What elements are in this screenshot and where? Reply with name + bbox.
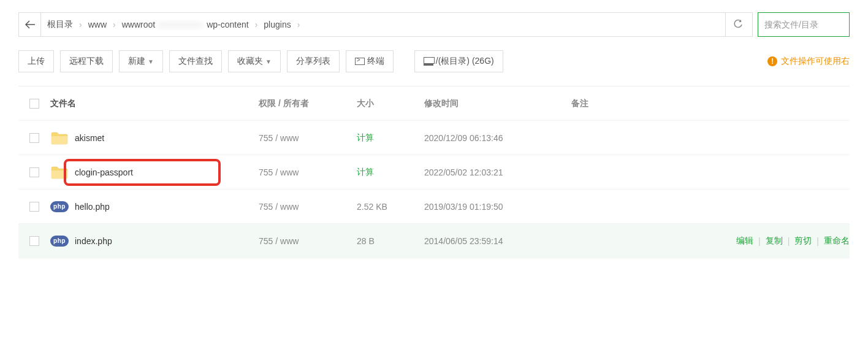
action-rename[interactable]: 重命名 <box>824 236 850 247</box>
drive-icon <box>424 57 433 66</box>
search-input[interactable] <box>758 13 849 36</box>
col-perm[interactable]: 权限 / 所有者 <box>259 98 357 109</box>
file-perm[interactable]: 755 / www <box>259 167 357 177</box>
folder-icon <box>50 131 69 145</box>
file-mtime: 2022/05/02 12:03:21 <box>424 167 571 177</box>
warning-note: ! 文件操作可使用右 <box>767 56 850 67</box>
file-name[interactable]: akismet <box>75 133 104 143</box>
row-checkbox[interactable] <box>29 167 39 177</box>
file-size: 28 B <box>357 236 424 246</box>
php-icon: php <box>50 201 69 212</box>
file-name[interactable]: hello.php <box>75 202 110 212</box>
crumb-root[interactable]: 根目录 <box>47 19 73 30</box>
warning-icon: ! <box>767 56 777 66</box>
file-search-button[interactable]: 文件查找 <box>169 50 222 72</box>
file-size: 2.52 KB <box>357 202 424 212</box>
action-edit[interactable]: 编辑 <box>736 236 753 247</box>
table-row[interactable]: phphello.php755 / www2.52 KB2019/03/19 0… <box>18 190 850 224</box>
search-box[interactable] <box>758 12 850 37</box>
disk-button[interactable]: /(根目录) (26G) <box>414 50 503 72</box>
favorites-button[interactable]: 收藏夹▼ <box>228 50 281 72</box>
terminal-icon <box>355 58 365 65</box>
crumb-hidden[interactable]: xxxxxxxx <box>159 20 203 29</box>
table-row[interactable]: akismet755 / www计算2020/12/09 06:13:46 <box>18 121 850 155</box>
chevron-right-icon: › <box>77 20 85 29</box>
crumb-wpcontent[interactable]: wp-content <box>207 20 248 29</box>
row-actions: 编辑|复制|剪切|重命名 <box>736 236 850 247</box>
remote-download-button[interactable]: 远程下载 <box>60 50 113 72</box>
file-name[interactable]: clogin-passport <box>75 167 133 177</box>
file-mtime: 2020/12/09 06:13:46 <box>424 133 571 143</box>
file-perm[interactable]: 755 / www <box>259 202 357 212</box>
row-checkbox[interactable] <box>29 202 39 212</box>
chevron-right-icon: › <box>295 20 303 29</box>
share-list-button[interactable]: 分享列表 <box>287 50 340 72</box>
folder-icon <box>50 165 69 180</box>
col-name[interactable]: 文件名 <box>50 98 259 109</box>
table-row[interactable]: phpindex.php755 / www28 B2014/06/05 23:5… <box>18 224 850 258</box>
file-mtime: 2019/03/19 01:19:50 <box>424 202 571 212</box>
select-all-checkbox[interactable] <box>29 99 39 109</box>
terminal-button[interactable]: 终端 <box>346 50 394 72</box>
refresh-button[interactable] <box>725 13 750 36</box>
file-mtime: 2014/06/05 23:59:14 <box>424 236 571 246</box>
col-note[interactable]: 备注 <box>571 98 850 109</box>
row-checkbox[interactable] <box>29 236 39 246</box>
chevron-down-icon: ▼ <box>265 58 272 65</box>
chevron-right-icon: › <box>110 20 118 29</box>
file-name[interactable]: index.php <box>75 236 112 246</box>
new-button[interactable]: 新建▼ <box>119 50 163 72</box>
crumb-plugins[interactable]: plugins <box>264 20 291 29</box>
breadcrumb[interactable]: 根目录 › www › wwwroot xxxxxxxx wp-content … <box>41 19 725 30</box>
file-perm[interactable]: 755 / www <box>259 133 357 143</box>
file-size[interactable]: 计算 <box>357 167 424 178</box>
upload-button[interactable]: 上传 <box>18 50 54 72</box>
file-perm[interactable]: 755 / www <box>259 236 357 246</box>
file-size[interactable]: 计算 <box>357 132 424 144</box>
chevron-down-icon: ▼ <box>148 58 154 65</box>
table-header-row: 文件名 权限 / 所有者 大小 修改时间 备注 <box>18 86 850 121</box>
col-size[interactable]: 大小 <box>357 98 424 109</box>
action-copy[interactable]: 复制 <box>766 236 783 247</box>
php-icon: php <box>50 236 69 247</box>
chevron-right-icon: › <box>253 20 261 29</box>
action-cut[interactable]: 剪切 <box>794 236 812 247</box>
back-button[interactable] <box>19 13 41 36</box>
row-checkbox[interactable] <box>29 133 39 143</box>
crumb-www[interactable]: www <box>88 20 107 29</box>
crumb-wwwroot[interactable]: wwwroot <box>122 20 155 29</box>
table-row[interactable]: clogin-passport755 / www计算2022/05/02 12:… <box>18 155 850 190</box>
col-mtime[interactable]: 修改时间 <box>424 98 571 109</box>
